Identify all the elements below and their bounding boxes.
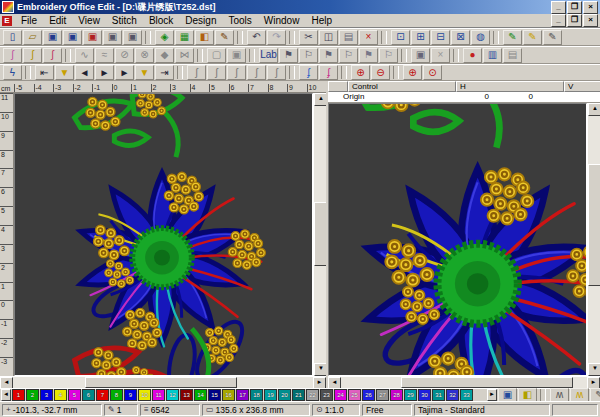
palette-swatch-19[interactable]: 19 bbox=[264, 389, 277, 401]
zoom-in-icon[interactable]: ⊕ bbox=[351, 65, 370, 80]
stitch-edit-icon[interactable]: ∿ bbox=[75, 48, 94, 63]
stitch-smooth-icon[interactable]: ≈ bbox=[95, 48, 114, 63]
palette-swatch-6[interactable]: 6 bbox=[82, 389, 95, 401]
copy-icon[interactable]: ◫ bbox=[319, 30, 338, 45]
play-icon[interactable]: ► bbox=[95, 65, 114, 80]
palette-swatch-22[interactable]: 22 bbox=[306, 389, 319, 401]
stitch-color-pink-icon[interactable]: ʄ bbox=[319, 65, 338, 80]
menu-item-tools[interactable]: Tools bbox=[222, 15, 257, 26]
needle-yellow-icon[interactable]: ʃ bbox=[23, 48, 42, 63]
stitch-color-blue-icon[interactable]: ʄ bbox=[299, 65, 318, 80]
next-color-icon[interactable]: ▼ bbox=[135, 65, 154, 80]
needle-pink-icon[interactable]: ʃ bbox=[3, 48, 22, 63]
palette-swatch-24[interactable]: 24 bbox=[334, 389, 347, 401]
palette-swatch-8[interactable]: 8 bbox=[110, 389, 123, 401]
scrollbar-thumb[interactable] bbox=[401, 377, 573, 388]
palette-scroll-left-icon[interactable]: ◄ bbox=[1, 389, 11, 401]
save-all-icon[interactable]: ▣ bbox=[63, 30, 82, 45]
palette-swatch-25[interactable]: 25 bbox=[348, 389, 361, 401]
block-flag-4-icon[interactable]: ⚐ bbox=[339, 48, 358, 63]
palette-swatch-20[interactable]: 20 bbox=[278, 389, 291, 401]
import-file-icon[interactable]: ▣ bbox=[123, 30, 142, 45]
palette-swatch-33[interactable]: 33 bbox=[460, 389, 473, 401]
scrollbar-thumb[interactable] bbox=[588, 164, 600, 286]
block-flag-6-icon[interactable]: ⚐ bbox=[379, 48, 398, 63]
palette-swatch-4[interactable]: 4 bbox=[54, 389, 67, 401]
bead-red-icon[interactable]: ● bbox=[463, 48, 482, 63]
move-hand-icon[interactable]: ◆ bbox=[155, 48, 174, 63]
brush-icon[interactable]: ✎ bbox=[215, 30, 234, 45]
prev-color-icon[interactable]: ▼ bbox=[55, 65, 74, 80]
block-flag-2-icon[interactable]: ⚐ bbox=[299, 48, 318, 63]
palette-swatch-31[interactable]: 31 bbox=[432, 389, 445, 401]
palette-swatch-9[interactable]: 9 bbox=[124, 389, 137, 401]
scrollbar-thumb[interactable] bbox=[85, 377, 237, 388]
lab-color-icon[interactable]: Lab bbox=[259, 48, 278, 63]
delete-stitch-icon[interactable]: ʃ bbox=[207, 65, 226, 80]
block-flag-3-icon[interactable]: ⚑ bbox=[319, 48, 338, 63]
control-table-row[interactable]: Origin 0 0 bbox=[328, 92, 600, 103]
palette-swatch-16[interactable]: 16 bbox=[222, 389, 235, 401]
zoom-out-icon[interactable]: ⊖ bbox=[371, 65, 390, 80]
right-horizontal-scrollbar[interactable]: ◄ ► bbox=[328, 376, 600, 388]
paste-icon[interactable]: ▤ bbox=[339, 30, 358, 45]
simulate-icon[interactable]: ϟ bbox=[3, 65, 22, 80]
menu-item-view[interactable]: View bbox=[72, 15, 106, 26]
zoom-prev-icon[interactable]: ◍ bbox=[471, 30, 490, 45]
palette-swatch-11[interactable]: 11 bbox=[152, 389, 165, 401]
color-film-icon[interactable]: ◧ bbox=[195, 30, 214, 45]
mdi-restore-button[interactable]: ❐ bbox=[567, 14, 582, 27]
insert-stitch-icon[interactable]: ʃ bbox=[187, 65, 206, 80]
column-header[interactable]: Control bbox=[348, 81, 456, 92]
chart-icon[interactable]: ▥ bbox=[483, 48, 502, 63]
export-file-icon[interactable]: ▣ bbox=[103, 30, 122, 45]
zoom-fit-icon[interactable]: ⊡ bbox=[391, 30, 410, 45]
palette-swatch-13[interactable]: 13 bbox=[180, 389, 193, 401]
block-flag-5-icon[interactable]: ⚑ bbox=[359, 48, 378, 63]
palette-swatch-2[interactable]: 2 bbox=[26, 389, 39, 401]
highlight-pen-icon[interactable]: ✎ bbox=[523, 30, 542, 45]
menu-item-block[interactable]: Block bbox=[143, 15, 179, 26]
zoom-out-page-icon[interactable]: ⊟ bbox=[431, 30, 450, 45]
palette-swatch-1[interactable]: 1 bbox=[12, 389, 25, 401]
select-block-icon[interactable]: ▢ bbox=[207, 48, 226, 63]
column-header[interactable]: V bbox=[564, 81, 600, 92]
pencil-icon[interactable]: ✎ bbox=[543, 30, 562, 45]
palette-swatch-3[interactable]: 3 bbox=[40, 389, 53, 401]
design-manager-icon[interactable]: ◈ bbox=[155, 30, 174, 45]
measure-pen-icon[interactable]: ✎ bbox=[503, 30, 522, 45]
needle-add-icon[interactable]: ʃ bbox=[43, 48, 62, 63]
stitch-remove-icon[interactable]: ⊗ bbox=[135, 48, 154, 63]
palette-swatch-12[interactable]: 12 bbox=[166, 389, 179, 401]
jump-stitch-icon[interactable]: ʃ bbox=[267, 65, 286, 80]
save-icon[interactable]: ▣ bbox=[43, 30, 62, 45]
palette-swatch-17[interactable]: 17 bbox=[236, 389, 249, 401]
mdi-document-icon[interactable]: E bbox=[2, 16, 12, 26]
save-block-icon[interactable]: ▣ bbox=[411, 48, 430, 63]
left-vertical-scrollbar[interactable]: ▲ ▼ bbox=[313, 93, 326, 376]
menu-item-file[interactable]: File bbox=[15, 15, 43, 26]
column-header[interactable]: H bbox=[456, 81, 564, 92]
palette-swatch-26[interactable]: 26 bbox=[362, 389, 375, 401]
palette-swatch-7[interactable]: 7 bbox=[96, 389, 109, 401]
palette-swatch-5[interactable]: 5 bbox=[68, 389, 81, 401]
select-all-icon[interactable]: ▣ bbox=[227, 48, 246, 63]
open-folder-icon[interactable]: ▱ bbox=[23, 30, 42, 45]
design-canvas-left[interactable] bbox=[14, 93, 313, 376]
zoom-in-page-icon[interactable]: ⊞ bbox=[411, 30, 430, 45]
mdi-minimize-button[interactable]: _ bbox=[551, 14, 566, 27]
menu-item-help[interactable]: Help bbox=[305, 15, 338, 26]
save-red-icon[interactable]: ▣ bbox=[83, 30, 102, 45]
menu-item-edit[interactable]: Edit bbox=[43, 15, 72, 26]
redo-icon[interactable]: ↷ bbox=[267, 30, 286, 45]
menu-item-window[interactable]: Window bbox=[258, 15, 306, 26]
palette-swatch-21[interactable]: 21 bbox=[292, 389, 305, 401]
palette-swatch-27[interactable]: 27 bbox=[376, 389, 389, 401]
new-file-icon[interactable]: ▯ bbox=[3, 30, 22, 45]
scroll-down-icon[interactable]: ▼ bbox=[588, 363, 600, 376]
zoom-window-icon[interactable]: ⊕ bbox=[403, 65, 422, 80]
palette-swatch-18[interactable]: 18 bbox=[250, 389, 263, 401]
minimize-button[interactable]: _ bbox=[551, 1, 566, 14]
stitch-split-icon[interactable]: ⊘ bbox=[115, 48, 134, 63]
notes-icon[interactable]: ▤ bbox=[503, 48, 522, 63]
